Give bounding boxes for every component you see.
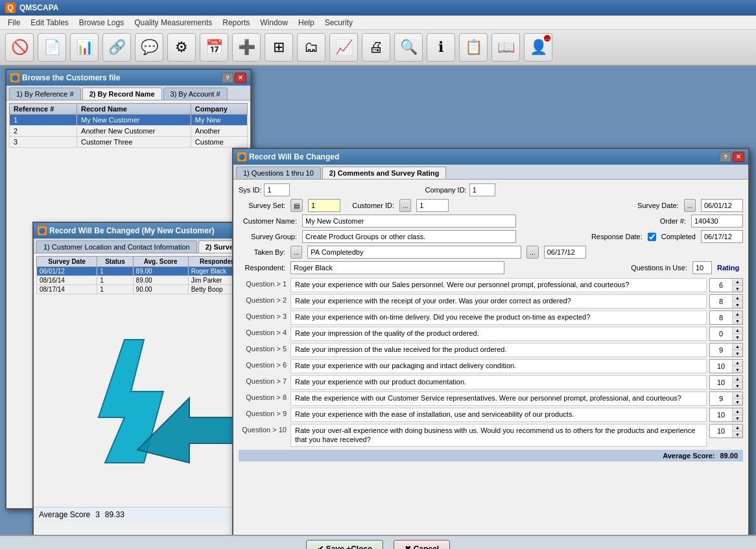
main-dialog-close[interactable]: ✕ <box>733 152 744 162</box>
rating-up-1[interactable]: ▲ <box>733 279 742 286</box>
rating-box-3: 8 ▲ ▼ <box>709 310 743 325</box>
rating-up-2[interactable]: ▲ <box>733 295 742 302</box>
tb-document[interactable]: 📄 <box>38 33 66 62</box>
rating-down-2[interactable]: ▼ <box>733 302 742 309</box>
tb-printer[interactable]: 🖨 <box>362 33 390 62</box>
customer-id-label: Customer ID: <box>346 202 394 209</box>
rating-up-9[interactable]: ▲ <box>733 408 742 415</box>
survey-row-1[interactable]: 08/16/14 1 89.00 Jim Parker <box>37 276 249 285</box>
tb-clipboard[interactable]: 📋 <box>459 33 488 62</box>
main-dialog-help[interactable]: ? <box>720 152 731 162</box>
tb-person[interactable]: 👤 — <box>524 33 552 62</box>
customer-row-2[interactable]: 3 Customer Three Custome <box>10 137 248 148</box>
sys-id-input[interactable] <box>264 183 290 196</box>
rating-down-5[interactable]: ▼ <box>733 351 742 357</box>
tb-settings[interactable]: ⚙ <box>167 33 196 62</box>
tb-no-entry[interactable]: 🚫 <box>5 33 34 62</box>
tab-by-account[interactable]: 3) By Account # <box>163 88 228 100</box>
avg-score-bar-value: 89.00 <box>720 452 738 460</box>
taken-by-date-input[interactable] <box>544 246 586 259</box>
tab-location[interactable]: 1) Customer Location and Contact Informa… <box>36 240 197 253</box>
bottom-cancel-button[interactable]: ✖ Cancel <box>394 540 450 549</box>
respondent-label: Respondent: <box>239 264 285 272</box>
rating-val-2: 8 <box>710 295 732 308</box>
rating-down-7[interactable]: ▼ <box>733 383 742 390</box>
main-area: 🔵 Browse the Customers file ? ✕ 1) By Re… <box>0 66 756 549</box>
bottom-save-close-button[interactable]: ✔ Save +Close <box>306 540 383 549</box>
question-label-7: Question > 7 <box>239 375 290 385</box>
question-text-3: Rate your experience with on-time delive… <box>290 310 707 325</box>
survey-row-0[interactable]: 06/01/12 1 89.00 Roger Black <box>37 267 249 276</box>
svg-marker-0 <box>99 340 163 463</box>
question-row-9: Question > 9 Rate your experience with t… <box>239 408 743 422</box>
rating-down-1[interactable]: ▼ <box>733 286 742 292</box>
survey-set-btn[interactable]: ▤ <box>290 199 303 212</box>
questions-in-use-input[interactable] <box>692 261 712 274</box>
tab-comments[interactable]: 2) Comments and Survey Rating <box>322 167 446 179</box>
customer-row-0[interactable]: 1 My New Customer My New <box>10 115 248 126</box>
rating-up-8[interactable]: ▲ <box>733 392 742 399</box>
response-date-checkbox[interactable] <box>648 233 656 241</box>
rating-up-6[interactable]: ▲ <box>733 360 742 367</box>
rating-down-4[interactable]: ▼ <box>733 334 742 341</box>
menu-quality[interactable]: Quality Measurements <box>129 17 217 29</box>
question-label-4: Question > 4 <box>239 327 290 336</box>
menu-help[interactable]: Help <box>293 17 320 29</box>
question-row-2: Question > 2 Rate your experience with t… <box>239 294 743 309</box>
survey-row-2[interactable]: 08/17/14 1 90.00 Betty Boop <box>37 285 249 294</box>
tb-folder[interactable]: 🗂 <box>297 33 325 62</box>
customer-id-input[interactable] <box>416 199 449 212</box>
menu-window[interactable]: Window <box>255 17 293 29</box>
company-id-input[interactable] <box>469 183 495 196</box>
response-date-input[interactable] <box>701 230 743 243</box>
rating-up-5[interactable]: ▲ <box>733 344 742 351</box>
rating-up-4[interactable]: ▲ <box>733 327 742 334</box>
tab-by-name[interactable]: 2) By Record Name <box>82 88 162 100</box>
customer-id-btn[interactable]: ... <box>399 199 411 212</box>
menu-security[interactable]: Security <box>320 17 358 29</box>
menu-reports[interactable]: Reports <box>217 17 255 29</box>
tb-calendar[interactable]: 📅 <box>200 33 228 62</box>
tb-chart[interactable]: 📊 <box>70 33 99 62</box>
customer-name-input[interactable] <box>302 215 516 228</box>
tab-by-ref[interactable]: 1) By Reference # <box>9 88 81 100</box>
rating-up-3[interactable]: ▲ <box>733 311 742 318</box>
rating-up-7[interactable]: ▲ <box>733 376 742 383</box>
survey-date-input[interactable] <box>701 199 743 212</box>
tb-chat[interactable]: 💬 <box>135 33 163 62</box>
tb-grid[interactable]: ⊞ <box>265 33 293 62</box>
menu-edit-tables[interactable]: Edit Tables <box>25 17 73 29</box>
order-num-input[interactable] <box>691 215 743 228</box>
menu-file[interactable]: File <box>3 17 25 29</box>
rating-down-6[interactable]: ▼ <box>733 367 742 373</box>
tb-info[interactable]: ℹ <box>427 33 455 62</box>
customer-row-1[interactable]: 2 Another New Customer Another <box>10 126 248 137</box>
taken-by-btn[interactable]: ... <box>290 246 302 259</box>
survey-date-btn[interactable]: ... <box>684 199 696 212</box>
bottom-save-close-icon: ✔ <box>317 544 324 549</box>
tab-questions[interactable]: 1) Questions 1 thru 10 <box>236 167 321 179</box>
survey-set-input[interactable] <box>308 199 340 212</box>
rating-down-10[interactable]: ▼ <box>733 432 742 438</box>
rating-val-9: 10 <box>710 408 732 421</box>
menu-browse-logs[interactable]: Browse Logs <box>74 17 129 29</box>
browse-window-close[interactable]: ✕ <box>235 73 246 83</box>
tb-search[interactable]: 🔍 <box>394 33 423 62</box>
survey-group-input[interactable] <box>302 230 516 243</box>
browse-window-minimize[interactable]: ? <box>222 73 233 83</box>
taken-by-input[interactable] <box>307 246 521 259</box>
col-avg-score: Avg. Score <box>133 257 188 267</box>
tb-network[interactable]: 🔗 <box>102 33 131 62</box>
tb-plus[interactable]: ➕ <box>232 33 261 62</box>
tb-book[interactable]: 📖 <box>491 33 520 62</box>
rating-up-10[interactable]: ▲ <box>733 425 742 432</box>
tb-bar-chart[interactable]: 📈 <box>329 33 358 62</box>
avg-score-bar-label: Average Score: <box>663 452 715 460</box>
respondent-input[interactable] <box>290 261 504 274</box>
rating-down-9[interactable]: ▼ <box>733 415 742 422</box>
app-icon: Q <box>5 3 16 13</box>
rating-down-3[interactable]: ▼ <box>733 318 742 325</box>
question-text-4: Rate your impression of the quality of t… <box>290 327 707 341</box>
rating-down-8[interactable]: ▼ <box>733 399 742 406</box>
taken-by-extra-btn[interactable]: ... <box>526 246 538 259</box>
